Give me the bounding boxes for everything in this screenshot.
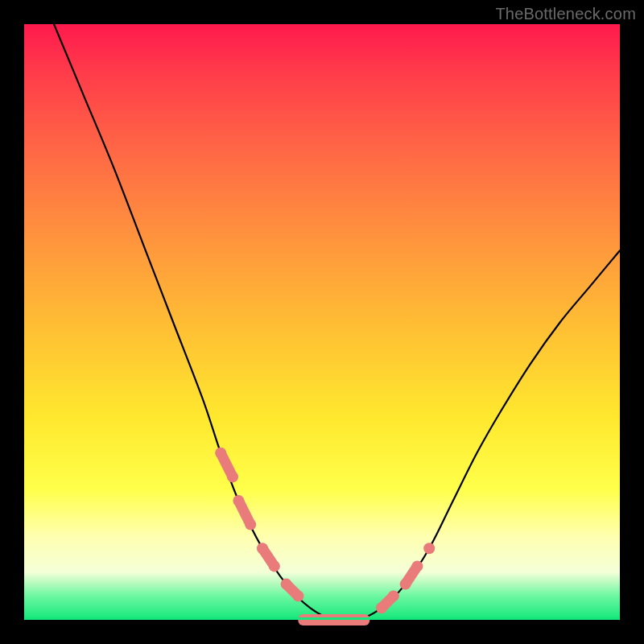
bottleneck-curve [54,24,620,621]
plot-area [24,24,620,620]
data-point [233,495,244,506]
data-point [245,519,256,530]
data-point [400,579,411,590]
bottom-accent-strip [24,617,620,620]
data-point [215,448,226,459]
outer-frame: TheBottleneck.com [0,0,644,644]
data-point [376,602,387,613]
bottom-flat-pill [298,614,369,625]
curve-svg [24,24,620,620]
data-point [227,471,238,482]
watermark-text: TheBottleneck.com [495,5,636,23]
data-point [423,543,435,554]
data-point [292,590,303,601]
data-point [388,590,399,601]
data-point [269,560,280,572]
data-point [411,560,423,572]
data-point [257,543,268,554]
data-point [281,579,292,590]
